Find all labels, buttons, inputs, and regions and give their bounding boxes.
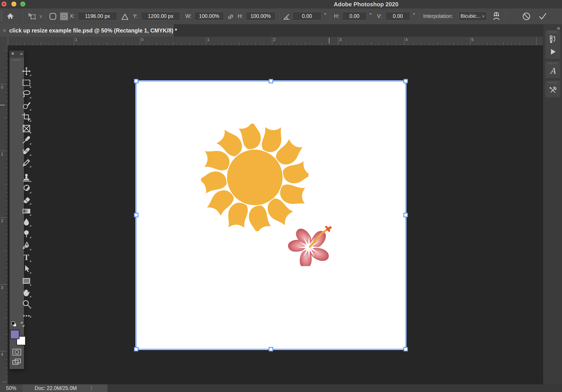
- panel-grip[interactable]: [548, 31, 557, 33]
- close-panel-icon[interactable]: ×: [12, 51, 14, 56]
- document-tab[interactable]: × click up resize example file.psd @ 50%…: [0, 24, 174, 37]
- y-input[interactable]: 1200.00 px: [141, 12, 180, 20]
- photoshop-window: – + Adobe Photoshop 2020 ∨ X: 1196.00 px…: [0, 0, 562, 392]
- panel-group: A: [545, 61, 561, 78]
- expand-panel-icon[interactable]: »: [20, 51, 22, 56]
- transform-handle-top-left[interactable]: [134, 79, 138, 83]
- swap-colors-icon[interactable]: [20, 321, 26, 328]
- h-input[interactable]: 100.00%: [246, 12, 275, 20]
- vskew-input[interactable]: 0.00: [386, 12, 410, 20]
- ruler-label: 1: [1, 152, 3, 156]
- x-input[interactable]: 1196.00 px: [78, 12, 117, 20]
- move-tool[interactable]: [22, 66, 31, 76]
- ruler-label: 1: [207, 37, 210, 42]
- relative-position-checkbox[interactable]: [49, 12, 57, 20]
- tools-panel-header[interactable]: × »: [10, 51, 24, 58]
- rectangle-shape-tool[interactable]: [22, 276, 31, 286]
- ruler-label: 3: [339, 37, 342, 42]
- doc-size-text: Doc: 22.0M/25.0M: [35, 385, 77, 391]
- rotate-input[interactable]: 0.00: [293, 12, 322, 20]
- transform-handle-bottom-right[interactable]: [403, 347, 408, 351]
- gradient-tool[interactable]: [22, 206, 31, 216]
- horizontal-ruler[interactable]: 1012345: [8, 37, 543, 46]
- minimize-icon: –: [13, 2, 15, 6]
- actions-panel-icon[interactable]: [548, 47, 557, 56]
- interpolation-dropdown[interactable]: Bicubic... ∨: [458, 12, 487, 21]
- transform-handle-bottom-center[interactable]: [269, 347, 273, 351]
- options-bar: ∨ X: 1196.00 px Y: 1200.00 px W: 100.00%…: [0, 8, 562, 25]
- minimize-window-button[interactable]: –: [12, 1, 16, 7]
- dodge-tool[interactable]: [22, 228, 31, 238]
- tools-panel: × »: [9, 50, 24, 369]
- frame-tool[interactable]: [22, 124, 31, 133]
- options-bar-grip[interactable]: [1, 11, 2, 21]
- scrollbar-thumb[interactable]: [2, 381, 7, 383]
- transform-bounding-box[interactable]: [135, 80, 407, 350]
- glyphs-panel-icon[interactable]: A: [548, 67, 557, 75]
- svg-text:T: T: [24, 253, 29, 262]
- transform-handle-mid-right[interactable]: [403, 213, 408, 217]
- right-panel-strip: « A: [543, 24, 562, 384]
- chevron-down-icon[interactable]: ∨: [39, 13, 43, 19]
- zoom-level-field[interactable]: 50%: [0, 384, 22, 392]
- status-chevron-icon[interactable]: 〉: [90, 385, 95, 392]
- divider: [280, 11, 280, 21]
- panel-grip[interactable]: [13, 59, 21, 61]
- quick-mask-icon[interactable]: [12, 348, 22, 356]
- panel-grip[interactable]: [548, 62, 557, 64]
- ruler-label: 5: [471, 37, 474, 42]
- w-label: W:: [185, 13, 192, 19]
- history-panel-icon[interactable]: [548, 35, 557, 44]
- tool-presets-panel-icon[interactable]: [548, 86, 557, 95]
- pencil-tool[interactable]: [22, 158, 31, 167]
- eyedropper-tool[interactable]: [22, 135, 31, 145]
- transform-handle-bottom-left[interactable]: [134, 347, 138, 351]
- type-tool[interactable]: T: [22, 252, 31, 262]
- clone-stamp-tool[interactable]: [22, 172, 31, 182]
- zoom-tool[interactable]: [22, 299, 31, 309]
- tab-bar: × click up resize example file.psd @ 50%…: [0, 24, 562, 37]
- vertical-ruler[interactable]: 01234: [0, 45, 8, 384]
- degree-symbol: °: [324, 12, 327, 18]
- path-selection-tool[interactable]: [22, 264, 31, 274]
- pen-tool[interactable]: [22, 241, 31, 250]
- hskew-input[interactable]: 0.00: [342, 12, 367, 20]
- link-icon[interactable]: [227, 13, 235, 21]
- commit-transform-icon[interactable]: [538, 12, 548, 21]
- interpolation-value: Bicubic...: [461, 13, 480, 19]
- cancel-transform-icon[interactable]: [522, 12, 531, 21]
- default-colors-icon[interactable]: [11, 321, 17, 327]
- transform-handle-mid-left[interactable]: [134, 213, 138, 217]
- crop-tool[interactable]: [22, 112, 31, 122]
- x-label: X:: [70, 13, 75, 19]
- transform-handle-top-center[interactable]: [269, 79, 273, 83]
- blur-tool[interactable]: [22, 217, 31, 227]
- transform-handle-top-right[interactable]: [403, 79, 408, 83]
- close-tab-icon[interactable]: ×: [3, 27, 6, 34]
- panel-grip[interactable]: [548, 82, 557, 83]
- document-size-status[interactable]: Doc: 22.0M/25.0M 〉: [22, 384, 107, 392]
- rectangular-marquee-tool[interactable]: [22, 78, 31, 88]
- ruler-label: 4: [1, 352, 3, 357]
- reference-point-icon[interactable]: [59, 12, 69, 21]
- divider: [505, 11, 506, 21]
- eraser-tool[interactable]: [22, 195, 31, 205]
- object-selection-tool[interactable]: [22, 101, 31, 111]
- document-tab-title: click up resize example file.psd @ 50% (…: [9, 27, 177, 34]
- foreground-color-swatch[interactable]: [10, 330, 20, 339]
- zoom-window-button[interactable]: +: [20, 1, 25, 7]
- hand-tool[interactable]: [22, 288, 31, 297]
- delta-icon[interactable]: [121, 13, 129, 21]
- close-window-button[interactable]: [1, 1, 7, 7]
- w-input[interactable]: 100.00%: [194, 12, 224, 20]
- divider: [23, 11, 23, 21]
- spot-healing-brush-tool[interactable]: [22, 146, 31, 156]
- history-brush-tool[interactable]: [22, 184, 31, 193]
- lasso-tool[interactable]: [22, 89, 31, 99]
- edit-toolbar-icon[interactable]: [22, 311, 31, 318]
- screen-mode-icon[interactable]: [12, 358, 22, 367]
- cursor-position-mark: [0, 105, 5, 105]
- home-icon[interactable]: [6, 12, 14, 20]
- warp-mode-icon[interactable]: [492, 12, 501, 21]
- tool-preset-icon[interactable]: [27, 12, 37, 21]
